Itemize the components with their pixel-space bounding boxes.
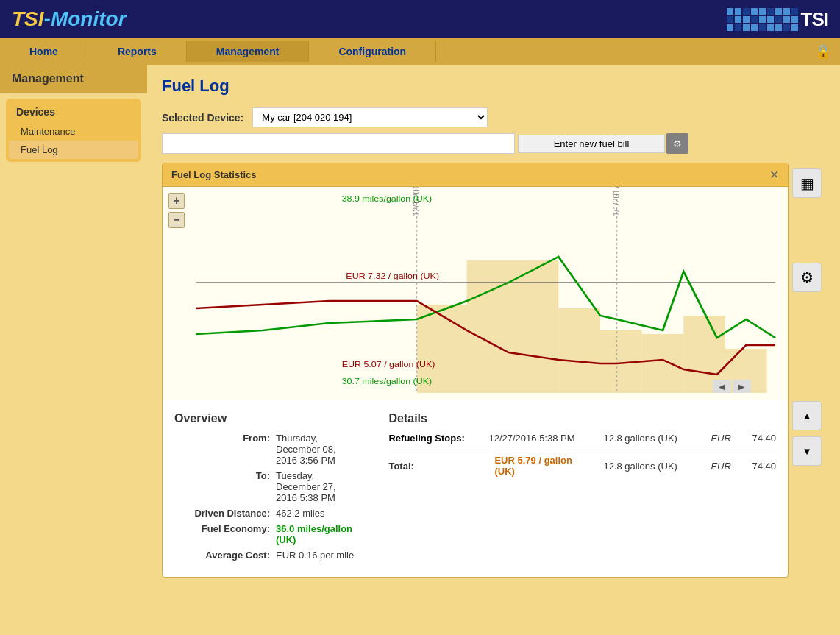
overview-from-row: From: Thursday, December 08, 2016 3:56 P…	[174, 433, 359, 466]
details-title: Details	[388, 412, 776, 425]
overview-section: Overview From: Thursday, December 08, 20…	[174, 412, 359, 565]
refuel-currency: EUR	[711, 433, 740, 444]
zoom-out-button[interactable]: −	[168, 212, 185, 228]
refuel-gallons: 12.8 gallons (UK)	[603, 433, 699, 444]
total-gallons: 12.8 gallons (UK)	[603, 461, 699, 472]
chart-wrapper: + −	[163, 187, 788, 400]
scroll-down-button[interactable]: ▼	[792, 436, 822, 466]
nav-management[interactable]: Management	[187, 41, 310, 62]
lock-icon: 🔒	[815, 43, 831, 60]
overview-driven-row: Driven Distance: 462.2 miles	[174, 508, 359, 519]
scroll-up-icon: ▲	[802, 411, 811, 422]
refueling-label: Refueling Stops:	[388, 433, 477, 444]
stats-panel: Fuel Log Statistics ✕ + −	[162, 163, 789, 578]
main-layout: Management Devices Maintenance Fuel Log …	[0, 65, 840, 635]
scroll-down-icon: ▼	[802, 446, 811, 457]
refuel-date: 12/27/2016 5:38 PM	[488, 433, 591, 444]
settings-icon: ⚙	[673, 138, 682, 149]
svg-text:EUR 5.07 / gallon (UK): EUR 5.07 / gallon (UK)	[342, 360, 435, 369]
svg-text:◀: ◀	[719, 383, 726, 391]
title-tsi: TSI	[12, 7, 44, 30]
device-select[interactable]: My car [204 020 194]	[252, 107, 488, 127]
panel-settings-icon: ⚙	[800, 269, 814, 286]
grid-view-button[interactable]: ▦	[792, 168, 822, 198]
sidebar-item-fuel-log[interactable]: Fuel Log	[9, 141, 138, 159]
total-amount: 74.40	[752, 461, 776, 472]
overview-cost-label: Average Cost:	[174, 550, 270, 561]
sidebar-section-devices: Devices Maintenance Fuel Log	[6, 99, 141, 162]
grid-icon: ▦	[800, 174, 814, 192]
panel-settings-button[interactable]: ⚙	[792, 263, 822, 292]
nav-reports[interactable]: Reports	[88, 41, 187, 62]
svg-text:1/1/2017: 1/1/2017	[611, 187, 621, 216]
device-selector-row: Selected Device: My car [204 020 194]	[162, 107, 825, 127]
sidebar-section-heading: Devices	[9, 102, 138, 122]
main-nav: Home Reports Management Configuration 🔒	[0, 38, 840, 65]
refuel-amount: 74.40	[752, 433, 776, 444]
details-section: Details Refueling Stops: 12/27/2016 5:38…	[388, 412, 776, 565]
right-panel: ▦ ⚙ ▲ ▼	[789, 163, 825, 578]
overview-to-row: To: Tuesday, December 27, 2016 5:38 PM	[174, 470, 359, 503]
overview-cost-row: Average Cost: EUR 0.16 per mile	[174, 550, 359, 561]
sidebar: Management Devices Maintenance Fuel Log	[0, 65, 147, 635]
nav-configuration[interactable]: Configuration	[309, 41, 436, 62]
fuel-bill-row: Enter new fuel bill ⚙	[162, 133, 825, 154]
svg-text:▶: ▶	[738, 383, 746, 391]
logo-area: TSI	[727, 8, 828, 31]
page-title: Fuel Log	[162, 77, 825, 96]
app-header: TSI-Monitor TSI	[0, 0, 840, 38]
overview-details: Overview From: Thursday, December 08, 20…	[163, 400, 788, 577]
title-monitor: -Monitor	[44, 7, 127, 30]
tsi-wordmark: TSI	[801, 8, 828, 31]
total-row: Total: EUR 5.79 / gallon (UK) 12.8 gallo…	[388, 450, 776, 477]
svg-text:EUR 7.32 / gallon (UK): EUR 7.32 / gallon (UK)	[346, 272, 439, 280]
fuel-bill-settings-button[interactable]: ⚙	[666, 133, 688, 154]
svg-text:38.9 miles/gallon (UK): 38.9 miles/gallon (UK)	[342, 194, 433, 203]
app-title: TSI-Monitor	[12, 7, 127, 31]
overview-driven-label: Driven Distance:	[174, 508, 270, 519]
total-label: Total:	[388, 461, 477, 472]
overview-economy-label: Fuel Economy:	[174, 523, 270, 545]
overview-economy-value: 36.0 miles/gallon (UK)	[276, 523, 359, 545]
nav-home[interactable]: Home	[0, 41, 88, 62]
overview-to-value: Tuesday, December 27, 2016 5:38 PM	[276, 470, 359, 503]
stats-panel-title: Fuel Log Statistics	[171, 169, 257, 180]
overview-from-label: From:	[174, 433, 270, 466]
sidebar-item-maintenance[interactable]: Maintenance	[9, 122, 138, 141]
sidebar-title: Management	[0, 65, 147, 93]
total-price: EUR 5.79 / gallon (UK)	[494, 455, 591, 477]
enter-fuel-bill-button[interactable]: Enter new fuel bill	[518, 135, 665, 153]
refueling-header-row: Refueling Stops: 12/27/2016 5:38 PM 12.8…	[388, 433, 776, 444]
svg-rect-4	[642, 334, 684, 393]
overview-to-label: To:	[174, 470, 270, 503]
stats-panel-header: Fuel Log Statistics ✕	[163, 163, 788, 187]
overview-cost-value: EUR 0.16 per mile	[276, 550, 354, 561]
device-selector-label: Selected Device:	[162, 112, 243, 124]
overview-title: Overview	[174, 412, 359, 425]
chart-controls: + −	[168, 193, 185, 228]
zoom-in-button[interactable]: +	[168, 193, 185, 209]
fuel-bill-input[interactable]	[162, 133, 515, 154]
overview-economy-row: Fuel Economy: 36.0 miles/gallon (UK)	[174, 523, 359, 545]
overview-from-value: Thursday, December 08, 2016 3:56 PM	[276, 433, 359, 466]
svg-text:30.7 miles/gallon (UK): 30.7 miles/gallon (UK)	[342, 377, 433, 386]
stats-close-button[interactable]: ✕	[769, 168, 779, 182]
total-currency: EUR	[711, 461, 740, 472]
overview-driven-value: 462.2 miles	[276, 508, 324, 519]
svg-rect-2	[558, 308, 600, 393]
content-area: Fuel Log Selected Device: My car [204 02…	[147, 65, 840, 635]
scroll-up-button[interactable]: ▲	[792, 401, 822, 430]
stats-area: Fuel Log Statistics ✕ + −	[162, 163, 825, 578]
chart-svg: 12/1/2016 1/1/2017 EUR 7.32 / gallon (UK…	[163, 187, 788, 400]
